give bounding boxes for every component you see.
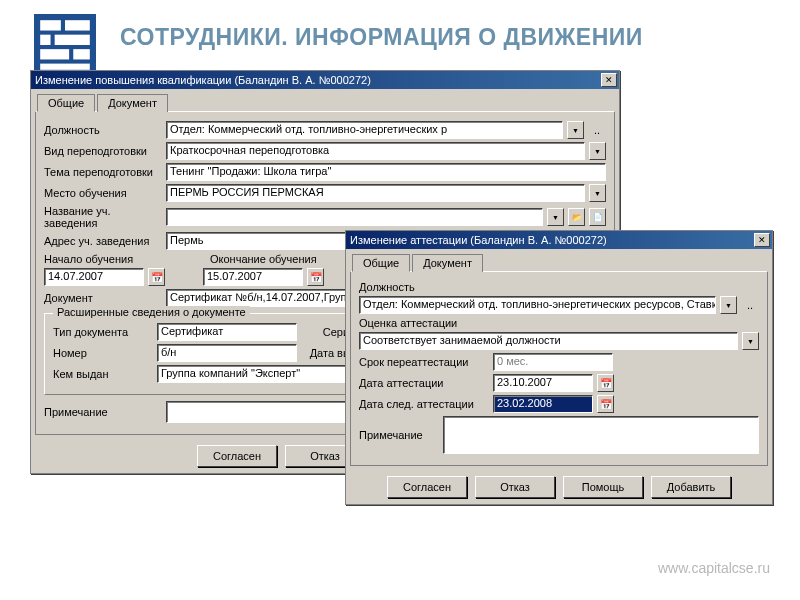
footer-link: www.capitalcse.ru: [658, 560, 770, 576]
field-position[interactable]: Отдел: Коммерческий отд. топливно-энерге…: [166, 121, 563, 139]
close-icon[interactable]: ✕: [754, 233, 770, 247]
ellipsis-button[interactable]: ..: [588, 124, 606, 136]
label-reassess-term: Срок переаттестации: [359, 356, 489, 368]
label-institution-addr: Адрес уч. заведения: [44, 235, 162, 247]
label-position: Должность: [44, 124, 162, 136]
label-doc-type: Тип документа: [53, 326, 153, 338]
calendar-icon[interactable]: 📅: [597, 374, 614, 392]
label-retraining-type: Вид переподготовки: [44, 145, 162, 157]
svg-rect-4: [55, 35, 90, 45]
label-retraining-topic: Тема переподготовки: [44, 166, 162, 178]
ellipsis-button[interactable]: ..: [741, 299, 759, 311]
svg-rect-1: [40, 20, 61, 30]
field-assess-date[interactable]: 23.10.2007: [493, 374, 593, 392]
label-assessment: Оценка аттестации: [359, 317, 457, 329]
help-button[interactable]: Помощь: [563, 476, 643, 498]
dropdown-icon[interactable]: [720, 296, 737, 314]
field-assessment[interactable]: Соответствует занимаемой должности: [359, 332, 738, 350]
svg-rect-2: [65, 20, 90, 30]
titlebar[interactable]: Изменение аттестации (Баландин В. А. №00…: [346, 231, 772, 249]
window-title: Изменение аттестации (Баландин В. А. №00…: [350, 234, 752, 246]
svg-rect-5: [40, 49, 69, 59]
dropdown-icon[interactable]: [567, 121, 584, 139]
field-study-end[interactable]: 15.07.2007: [203, 268, 303, 286]
label-assess-date: Дата аттестации: [359, 377, 489, 389]
label-study-start: Начало обучения: [44, 253, 162, 265]
label-issued-by: Кем выдан: [53, 368, 153, 380]
tab-document[interactable]: Документ: [412, 254, 483, 272]
titlebar[interactable]: Изменение повышения квалификации (Баланд…: [31, 71, 619, 89]
field-retraining-topic[interactable]: Тенинг "Продажи: Школа тигра": [166, 163, 606, 181]
label-document: Документ: [44, 292, 162, 304]
field-retraining-type[interactable]: Краткосрочная переподготовка: [166, 142, 585, 160]
app-logo: [34, 14, 96, 76]
field-next-assess-date[interactable]: 23.02.2008: [493, 395, 593, 413]
field-institution-name[interactable]: [166, 208, 543, 226]
new-icon[interactable]: 📄: [589, 208, 606, 226]
agree-button[interactable]: Согласен: [387, 476, 467, 498]
open-icon[interactable]: 📂: [568, 208, 585, 226]
field-note[interactable]: [443, 416, 759, 454]
calendar-icon[interactable]: 📅: [597, 395, 614, 413]
label-study-end: Окончание обучения: [210, 253, 330, 265]
svg-rect-6: [73, 49, 90, 59]
tab-general[interactable]: Общие: [352, 254, 410, 272]
label-institution-name: Название уч. заведения: [44, 205, 162, 229]
label-next-assess-date: Дата след. аттестации: [359, 398, 489, 410]
dropdown-icon[interactable]: [589, 184, 606, 202]
label-number: Номер: [53, 347, 153, 359]
dropdown-icon[interactable]: [742, 332, 759, 350]
calendar-icon[interactable]: 📅: [148, 268, 165, 286]
close-icon[interactable]: ✕: [601, 73, 617, 87]
field-number[interactable]: б/н: [157, 344, 297, 362]
svg-rect-7: [40, 64, 90, 70]
field-study-place[interactable]: ПЕРМЬ РОССИЯ ПЕРМСКАЯ: [166, 184, 585, 202]
svg-rect-3: [40, 35, 50, 45]
window-attestation: Изменение аттестации (Баландин В. А. №00…: [345, 230, 773, 505]
label-note: Примечание: [359, 429, 439, 441]
field-doc-type[interactable]: Сертификат: [157, 323, 297, 341]
field-study-start[interactable]: 14.07.2007: [44, 268, 144, 286]
label-note: Примечание: [44, 406, 162, 418]
field-reassess-term[interactable]: 0 мес.: [493, 353, 613, 371]
tab-document[interactable]: Документ: [97, 94, 168, 112]
add-button[interactable]: Добавить: [651, 476, 731, 498]
legend-ext-doc: Расширенные сведения о документе: [53, 306, 250, 318]
dropdown-icon[interactable]: [547, 208, 564, 226]
tab-general[interactable]: Общие: [37, 94, 95, 112]
refuse-button[interactable]: Отказ: [475, 476, 555, 498]
calendar-icon[interactable]: 📅: [307, 268, 324, 286]
label-position: Должность: [359, 281, 415, 293]
window-title: Изменение повышения квалификации (Баланд…: [35, 74, 599, 86]
dropdown-icon[interactable]: [589, 142, 606, 160]
field-position[interactable]: Отдел: Коммерческий отд. топливно-энерге…: [359, 296, 716, 314]
label-study-place: Место обучения: [44, 187, 162, 199]
page-title: СОТРУДНИКИ. ИНФОРМАЦИЯ О ДВИЖЕНИИ: [120, 24, 643, 51]
agree-button[interactable]: Согласен: [197, 445, 277, 467]
